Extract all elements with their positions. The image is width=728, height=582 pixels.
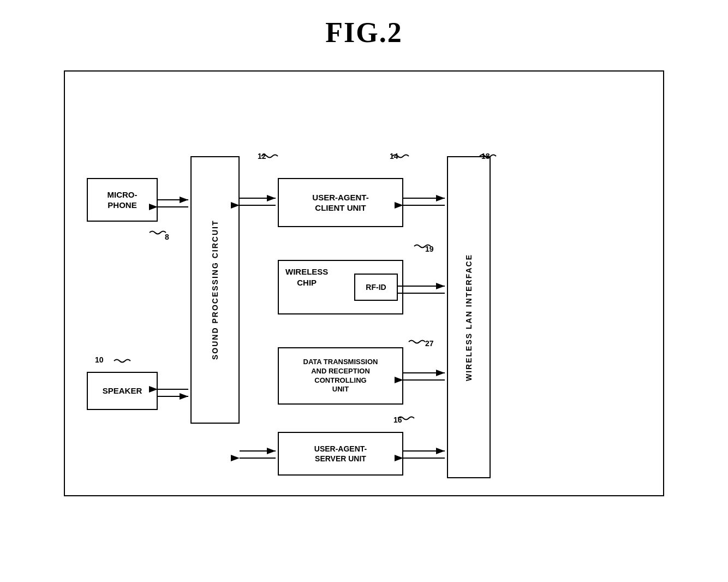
ref-8: 8: [165, 233, 169, 241]
user-agent-server-box: USER-AGENT- SERVER UNIT: [278, 432, 403, 476]
sound-processing-box: SOUND PROCESSING CIRCUIT: [190, 156, 240, 424]
ref-10: 10: [95, 355, 104, 364]
ref-18: 18: [481, 152, 490, 161]
speaker-box: SPEAKER: [87, 372, 158, 410]
ref-14: 14: [390, 152, 398, 161]
diagram-container: MICRO- PHONE SPEAKER SOUND PROCESSING CI…: [64, 70, 664, 496]
data-transmission-box: DATA TRANSMISSION AND RECEPTION CONTROLL…: [278, 347, 403, 405]
wireless-chip-label: WIRELESS CHIP: [285, 266, 328, 288]
wireless-lan-box: WIRELESS LAN INTERFACE: [447, 156, 491, 478]
figure-title: FIG.2: [325, 16, 402, 49]
ref-27: 27: [425, 339, 434, 348]
ref-12: 12: [258, 152, 266, 161]
ref-16: 16: [393, 415, 402, 424]
ref-19: 19: [425, 245, 434, 253]
microphone-box: MICRO- PHONE: [87, 178, 158, 222]
rfid-box: RF-ID: [354, 274, 398, 301]
user-agent-client-box: USER-AGENT- CLIENT UNIT: [278, 178, 403, 227]
